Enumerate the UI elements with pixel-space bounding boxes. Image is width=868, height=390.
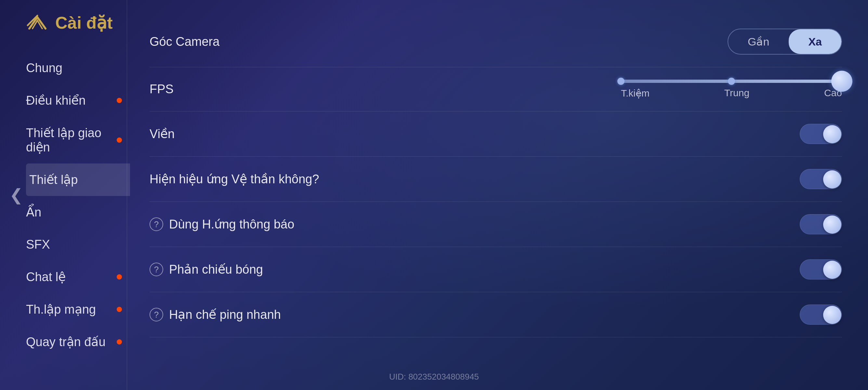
sidebar-item-chat-le[interactable]: Chat lệ [26,261,130,293]
sidebar-item-chung[interactable]: Chung [26,52,130,84]
sidebar-header: Cài đặt [26,10,130,32]
fps-labels: T.kiệm Trung Cao [621,88,842,99]
camera-toggle[interactable]: Gần Xa [727,29,842,55]
fps-label: FPS [150,82,614,96]
vien-label: Viền [150,127,800,141]
sidebar-item-sfx[interactable]: SFX [26,228,130,261]
fps-label-trung: Trung [724,88,749,99]
sidebar-item-an[interactable]: Ẩn [26,196,130,228]
uid-text: UID: 802352034808945 [389,372,479,382]
ve-than-control [800,169,842,189]
camera-control: Gần Xa [727,29,842,55]
page-title: Cài đặt [55,13,113,32]
logo-icon [26,14,49,32]
setting-row-hung-thong-bao: ? Dùng H.ứng thông báo [150,202,842,247]
phan-chieu-bong-toggle-knob [823,261,841,279]
han-che-ping-toggle-knob [823,306,841,324]
fps-dot-1 [617,78,624,85]
ve-than-toggle[interactable] [800,169,842,189]
camera-btn-xa[interactable]: Xa [789,29,841,54]
nav-dot-dieu-khien [117,98,122,103]
settings-content: Góc Camera Gần Xa FPS [130,0,868,390]
han-che-ping-help-icon[interactable]: ? [150,308,163,321]
han-che-ping-toggle[interactable] [800,304,842,325]
uid-bar: UID: 802352034808945 [389,372,479,382]
sidebar-item-th-lap-mang[interactable]: Th.lập mạng [26,293,130,326]
phan-chieu-bong-toggle[interactable] [800,259,842,280]
fps-control: T.kiệm Trung Cao [614,79,842,99]
setting-row-fps: FPS T.kiệm Trung Cao [150,67,842,111]
nav-dot-chat-le [117,274,122,280]
vien-toggle-knob [823,125,841,143]
nav-dot-thiet-lap-giao-dien [117,137,122,143]
sidebar-item-thiet-lap-giao-dien[interactable]: Thiết lập giao diện [26,117,130,163]
hung-thong-bao-label: ? Dùng H.ứng thông báo [150,217,800,231]
fps-slider-container: T.kiệm Trung Cao [614,79,842,99]
fps-slider-track[interactable] [621,79,842,83]
setting-row-vien: Viền [150,111,842,157]
camera-label: Góc Camera [150,35,727,49]
setting-row-phan-chieu-bong: ? Phản chiếu bóng [150,247,842,292]
setting-row-camera: Góc Camera Gần Xa [150,16,842,67]
hung-thong-bao-help-icon[interactable]: ? [150,218,163,231]
hung-thong-bao-toggle[interactable] [800,214,842,234]
main-container: Cài đặt ChungĐiều khiểnThiết lập giao di… [0,0,868,390]
nav-dot-quay-tran-dau [117,339,122,345]
vien-control [800,124,842,144]
hung-thong-bao-control [800,214,842,234]
hung-thong-bao-toggle-knob [823,216,841,234]
sidebar-divider [127,0,127,390]
nav-dot-th-lap-mang [117,307,122,312]
sidebar-item-thiet-lap[interactable]: Thiết lập [26,163,130,196]
vien-toggle[interactable] [800,124,842,144]
fps-label-tkiem: T.kiệm [621,88,650,99]
ve-than-label: Hiện hiệu ứng Vệ thần không? [150,172,800,186]
han-che-ping-label: ? Hạn chế ping nhanh [150,307,800,322]
fps-dot-2 [728,78,735,85]
back-button[interactable] [6,175,26,215]
sidebar-nav: ChungĐiều khiểnThiết lập giao diệnThiết … [26,52,130,358]
sidebar-item-dieu-khien[interactable]: Điều khiển [26,84,130,117]
phan-chieu-bong-control [800,259,842,280]
setting-row-ve-than: Hiện hiệu ứng Vệ thần không? [150,157,842,202]
fps-thumb[interactable] [831,71,852,92]
sidebar-item-quay-tran-dau[interactable]: Quay trận đấu [26,326,130,358]
phan-chieu-bong-label: ? Phản chiếu bóng [150,262,800,277]
phan-chieu-bong-help-icon[interactable]: ? [150,263,163,276]
ve-than-toggle-knob [823,170,841,189]
han-che-ping-control [800,304,842,325]
setting-row-han-che-ping: ? Hạn chế ping nhanh [150,292,842,337]
camera-btn-gan[interactable]: Gần [728,29,789,54]
